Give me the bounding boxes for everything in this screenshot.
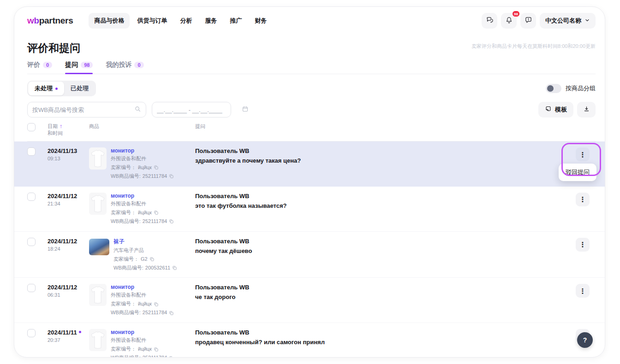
row-checkbox[interactable] [27, 147, 36, 156]
search-icon [134, 106, 141, 114]
row-time: 18:24 [48, 246, 89, 252]
product-thumbnail[interactable] [89, 284, 107, 306]
column-header-question: 提问 [195, 123, 570, 130]
tab[interactable]: 评价0 [27, 61, 52, 74]
copy-icon[interactable] [154, 210, 159, 215]
product-name-link[interactable]: монитор [111, 147, 174, 154]
copy-icon[interactable] [169, 356, 174, 358]
seller-code-label: 卖家编号： [111, 209, 136, 217]
tab[interactable]: 提问98 [65, 61, 93, 74]
wb-code-label: WB商品编号: [111, 173, 141, 180]
reject-question-menu-item[interactable]: 驳回提问 [559, 164, 596, 181]
chat-button[interactable] [482, 13, 497, 29]
nav-item[interactable]: 供货与订单 [131, 13, 173, 29]
download-icon [583, 106, 590, 114]
seller-code-value: йцйцк [138, 209, 152, 217]
product-category: 汽车电子产品 [113, 247, 177, 254]
wb-code-label: WB商品编号: [111, 354, 141, 358]
status-option-label: 已处理 [71, 84, 89, 93]
toggle-switch[interactable] [546, 84, 561, 93]
table-row: 2024/11/13 09:13 монитор 外围设备和配件 卖家编号： й… [14, 141, 605, 187]
select-all-checkbox[interactable] [27, 123, 36, 131]
notifications-button[interactable]: 98 [501, 13, 517, 29]
topbar-actions: 98 中文公司名称 [482, 13, 596, 29]
table-row: 2024/11/12 18:24 袜子 汽车电子产品 卖家编号： G2 [14, 232, 605, 278]
row-date: 2024/11/11 [48, 329, 77, 336]
product-thumbnail[interactable] [89, 329, 107, 351]
feedback-button[interactable] [520, 13, 536, 29]
nav-item[interactable]: 推广 [224, 13, 247, 29]
copy-icon[interactable] [149, 257, 155, 262]
tab-label: 我的投诉 [106, 61, 131, 69]
copy-icon[interactable] [154, 165, 159, 170]
product-name-link[interactable]: монитор [111, 193, 174, 199]
calendar-icon[interactable] [242, 106, 249, 114]
question-author: Пользователь WB [195, 329, 570, 336]
product-name-link[interactable]: 袜子 [113, 238, 177, 246]
tshirt-image [90, 331, 106, 349]
table-row: 2024/11/11 20:37 монитор 外围设备和配件 卖家编号： й… [14, 323, 605, 358]
notification-badge: 98 [512, 11, 520, 17]
new-indicator-dot [79, 331, 81, 333]
product-thumbnail[interactable] [89, 193, 107, 215]
help-button[interactable]: ? [577, 332, 593, 348]
product-thumbnail[interactable] [89, 239, 109, 255]
nav-item[interactable]: 财务 [249, 13, 272, 29]
row-date: 2024/11/12 [48, 238, 77, 245]
download-button[interactable] [577, 102, 596, 117]
table-row: 2024/11/12 21:34 монитор 外围设备和配件 卖家编号： й… [14, 187, 605, 232]
copy-icon[interactable] [169, 219, 174, 224]
main-card: wbpartners 商品与价格供货与订单分析服务推广财务 98 中 [14, 6, 605, 358]
question-text: это так футболка называется? [195, 202, 570, 209]
page-title: 评价和提问 [27, 41, 80, 55]
status-option[interactable]: 未处理 [28, 82, 64, 95]
date-range-field [152, 102, 231, 117]
sort-up-icon[interactable]: ↑ [60, 123, 62, 129]
logo-wb: wb [27, 16, 39, 25]
copy-icon[interactable] [154, 302, 159, 307]
row-checkbox[interactable] [27, 284, 36, 292]
question-author: Пользователь WB [195, 193, 570, 200]
row-actions-button[interactable]: ⋮ [576, 147, 590, 161]
row-actions-button[interactable]: ⋮ [576, 193, 590, 206]
row-checkbox[interactable] [27, 193, 36, 201]
company-menu[interactable]: 中文公司名称 [540, 13, 596, 29]
nav-item[interactable]: 服务 [199, 13, 222, 29]
wb-code-value: 200532611 [145, 264, 170, 272]
row-time: 20:37 [48, 337, 89, 343]
product-category: 外围设备和配件 [111, 337, 174, 344]
copy-icon[interactable] [172, 265, 177, 270]
wb-partners-logo[interactable]: wbpartners [27, 16, 73, 26]
seller-code-value: G2 [141, 256, 148, 263]
row-actions-button[interactable]: ⋮ [576, 238, 590, 252]
group-by-product-toggle[interactable]: 按商品分组 [546, 84, 596, 93]
product-thumbnail[interactable] [89, 147, 107, 170]
question-text: почему так дёшево [195, 247, 570, 254]
date-range-input[interactable] [157, 106, 238, 113]
search-input[interactable] [32, 106, 131, 113]
seller-code-value: йцйцк [138, 346, 152, 353]
copy-icon[interactable] [154, 347, 159, 352]
copy-icon[interactable] [169, 174, 174, 179]
row-time: 09:13 [48, 156, 89, 161]
nav-item[interactable]: 商品与价格 [89, 13, 130, 29]
column-header-date[interactable]: 日期↑ 和时间 [48, 123, 89, 137]
status-option-label: 未处理 [35, 84, 53, 93]
wb-code-label: WB商品编号: [113, 264, 143, 272]
product-category: 外围设备和配件 [111, 155, 174, 163]
template-button[interactable]: 模板 [538, 102, 573, 117]
wb-code-value: 252111784 [143, 309, 167, 317]
tshirt-image [90, 286, 106, 304]
product-name-link[interactable]: монитор [111, 329, 174, 335]
question-text: здравствуйте а почему такая цена? [195, 157, 570, 164]
product-name-link[interactable]: монитор [111, 284, 174, 290]
tab[interactable]: 我的投诉0 [106, 61, 143, 74]
row-checkbox[interactable] [27, 238, 36, 246]
copy-icon[interactable] [169, 311, 174, 316]
tab-label: 提问 [65, 61, 78, 69]
status-option[interactable]: 已处理 [64, 82, 95, 95]
row-checkbox[interactable] [27, 329, 36, 337]
nav-item[interactable]: 分析 [174, 13, 197, 29]
main-nav: 商品与价格供货与订单分析服务推广财务 [89, 13, 272, 29]
row-actions-button[interactable]: ⋮ [576, 284, 590, 298]
